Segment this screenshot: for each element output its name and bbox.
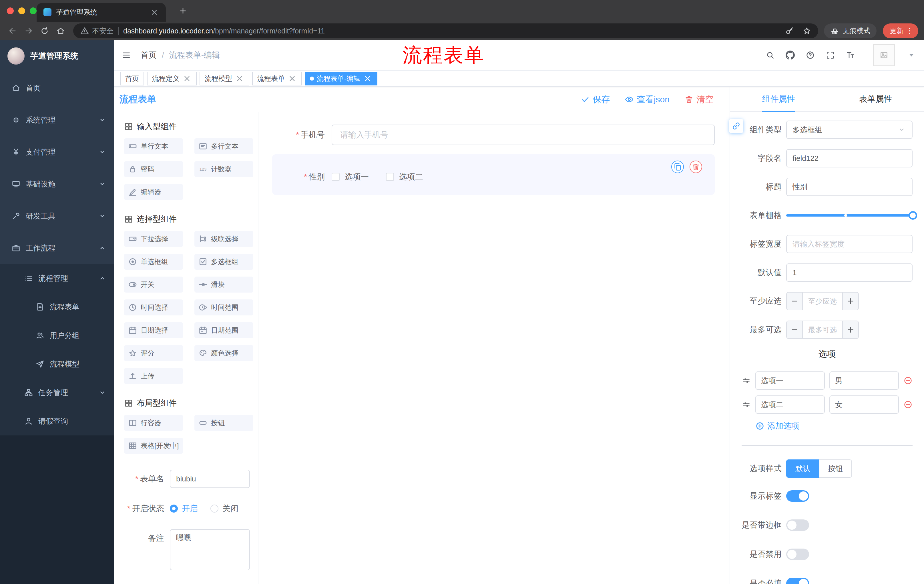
option-value-input[interactable] [829,372,899,390]
back-button[interactable] [6,24,20,38]
remark-textarea[interactable]: 嘿嘿 [170,529,250,570]
component-date-range[interactable]: 日期范围 [195,322,253,338]
component-rich-editor[interactable]: 编辑器 [124,184,183,200]
stepper-decrease-button[interactable] [787,321,803,338]
component-button[interactable]: 按钮 [195,415,253,431]
search-icon[interactable] [766,51,775,60]
delete-field-button[interactable] [690,161,702,173]
title-input[interactable] [786,178,912,196]
tag-close-icon[interactable] [288,74,297,83]
component-type-select[interactable]: 多选框组 [786,120,912,139]
checkbox-option-1[interactable]: 选项一 [332,171,369,182]
link-affix-button[interactable] [729,119,743,133]
sidebar-item-home[interactable]: 首页 [0,72,114,104]
component-checkbox-group[interactable]: 多选框组 [195,254,253,270]
site-security-chip[interactable]: 不安全 [80,26,114,36]
stepper-increase-button[interactable] [842,293,858,310]
sidebar-item-workflow[interactable]: 工作流程 [0,232,114,264]
form-item-phone[interactable]: *手机号 [272,125,715,145]
app-logo[interactable]: 芋道管理系统 [0,40,114,72]
home-button[interactable] [54,24,68,38]
label-width-input[interactable] [786,235,912,253]
fullscreen-icon[interactable] [826,51,835,60]
add-option-button[interactable]: 添加选项 [755,421,912,431]
minimize-window-button[interactable] [18,7,25,14]
form-name-input[interactable] [170,470,250,488]
component-color-picker[interactable]: 颜色选择 [195,345,253,361]
sidebar-item-payment[interactable]: 支付管理 [0,136,114,168]
tag-close-icon[interactable] [182,74,191,83]
browser-menu-dots-icon[interactable] [905,26,914,35]
sidebar-item-leave-query[interactable]: 请假查询 [0,407,114,436]
component-select[interactable]: 下拉选择 [124,231,183,247]
max-select-value[interactable]: 最多可选 [803,321,842,338]
component-time-range[interactable]: 时间范围 [195,299,253,316]
remove-option-button[interactable] [903,376,912,385]
breadcrumb-home[interactable]: 首页 [141,50,157,61]
stepper-decrease-button[interactable] [787,293,803,310]
required-switch[interactable] [786,578,809,584]
sidebar-item-devtools[interactable]: 研发工具 [0,200,114,232]
copy-field-button[interactable] [671,161,684,173]
component-switch[interactable]: 开关 [124,276,183,293]
component-slider[interactable]: 滑块 [195,276,253,293]
tab-component-props[interactable]: 组件属性 [730,87,827,112]
phone-input[interactable] [332,125,715,145]
form-item-gender-selected[interactable]: *性别 选项一 选项二 [272,154,715,195]
user-avatar[interactable] [873,44,895,66]
component-rate[interactable]: 评分 [124,345,183,361]
option-value-input[interactable] [829,395,899,414]
tag-home[interactable]: 首页 [120,72,144,86]
option-drag-handle[interactable] [742,400,751,409]
tag-process-form[interactable]: 流程表单 [252,72,302,86]
browser-tab[interactable]: 芋道管理系统 [36,3,166,22]
address-bar[interactable]: 不安全 dashboard.yudao.iocoder.cn/bpm/manag… [73,23,818,38]
show-label-switch[interactable] [786,490,809,502]
tag-process-definition[interactable]: 流程定义 [147,72,197,86]
component-counter[interactable]: 计数器 [195,161,253,177]
min-select-value[interactable]: 至少应选 [803,293,842,310]
url-text[interactable]: dashboard.yudao.iocoder.cn/bpm/manager/f… [123,27,777,35]
component-upload[interactable]: 上传 [124,368,183,384]
font-size-icon[interactable] [846,51,855,60]
help-icon[interactable] [806,51,815,60]
reload-button[interactable] [38,24,51,38]
slider-track[interactable] [786,214,912,217]
checkbox-option-2[interactable]: 选项二 [386,171,423,182]
forward-button[interactable] [22,24,35,38]
tag-close-icon[interactable] [235,74,244,83]
collapse-sidebar-button[interactable] [122,51,131,60]
save-button[interactable]: 保存 [581,94,610,105]
form-canvas[interactable]: *手机号 *性别 [259,112,729,584]
sidebar-item-user-group[interactable]: 用户分组 [0,321,114,350]
component-table[interactable]: 表格[开发中] [124,438,183,454]
sidebar-item-system[interactable]: 系统管理 [0,104,114,136]
option-drag-handle[interactable] [742,376,751,385]
sidebar-item-process-form[interactable]: 流程表单 [0,293,114,321]
tag-close-icon[interactable] [363,74,372,83]
option-style-default[interactable]: 默认 [786,459,819,478]
avatar-caret-down-icon[interactable] [907,51,916,60]
field-name-input[interactable] [786,149,912,168]
tag-process-model[interactable]: 流程模型 [200,72,249,86]
option-name-input[interactable] [755,395,825,414]
stepper-increase-button[interactable] [842,321,858,338]
remove-option-button[interactable] [903,400,912,409]
component-date-picker[interactable]: 日期选择 [124,322,183,338]
component-row-container[interactable]: 行容器 [124,415,183,431]
status-radio-on[interactable]: 开启 [170,503,198,514]
sidebar-item-infrastructure[interactable]: 基础设施 [0,168,114,200]
option-name-input[interactable] [755,372,825,390]
browser-update-button[interactable]: 更新 [883,23,918,38]
github-icon[interactable] [785,51,795,60]
disabled-switch[interactable] [786,549,809,560]
component-radio-group[interactable]: 单选框组 [124,254,183,270]
zoom-window-button[interactable] [30,7,36,14]
slider-handle[interactable] [909,211,917,220]
tag-process-form-edit[interactable]: 流程表单-编辑 [305,72,377,86]
status-radio-off[interactable]: 关闭 [210,503,238,514]
sidebar-item-process-model[interactable]: 流程模型 [0,350,114,378]
component-time-picker[interactable]: 时间选择 [124,299,183,316]
new-tab-button[interactable] [178,6,188,15]
component-textarea[interactable]: 多行文本 [195,138,253,154]
